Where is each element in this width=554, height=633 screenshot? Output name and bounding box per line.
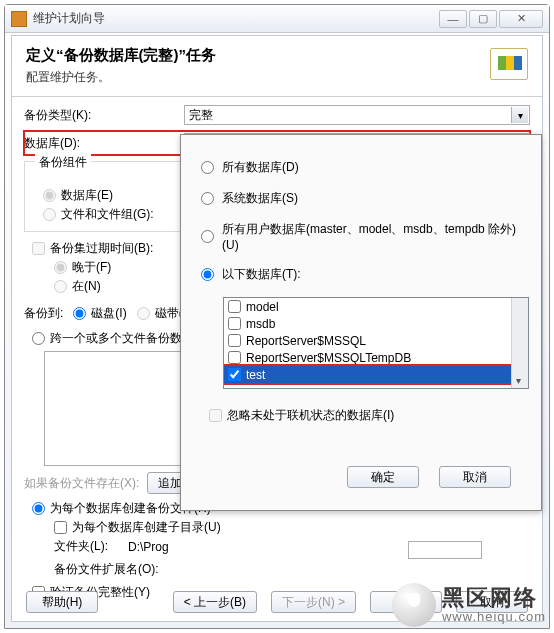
database-dropdown-panel: 所有数据库(D) 系统数据库(S) 所有用户数据库(master、model、m… [180,134,542,511]
page-title: 定义“备份数据库(完整)”任务 [26,46,480,65]
help-button[interactable]: 帮助(H) [26,591,98,613]
stray-field [408,541,482,559]
window-buttons: — ▢ ✕ [439,10,543,28]
exists-label: 如果备份文件存在(X): [24,475,139,492]
folder-value: D:\Prog [128,540,169,554]
list-item: msdb [224,315,528,332]
close-button[interactable]: ✕ [499,10,543,28]
ignore-offline-checkbox[interactable]: 忽略未处于联机状态的数据库(I) [201,407,529,424]
titlebar: 维护计划向导 — ▢ ✕ [5,5,549,33]
wizard-header: 定义“备份数据库(完整)”任务 配置维护任务。 [12,36,542,97]
ok-button[interactable]: 确定 [347,466,419,488]
cancel-button[interactable]: 取消 [439,466,511,488]
opt-user-databases[interactable]: 所有用户数据库(master、model、msdb、tempdb 除外)(U) [201,221,529,252]
next-button: 下一步(N) > [271,591,356,613]
wizard-footer: 帮助(H) < 上一步(B) 下一步(N) > 完成 取消 [12,591,542,613]
minimize-button[interactable]: — [439,10,467,28]
opt-all-databases[interactable]: 所有数据库(D) [201,159,529,176]
backup-type-combo[interactable]: 完整 [184,105,530,125]
page-subtitle: 配置维护任务。 [26,69,480,86]
opt-these-databases[interactable]: 以下数据库(T): [201,266,529,283]
group-title: 备份组件 [35,154,91,171]
app-icon [11,11,27,27]
ext-row: 备份文件扩展名(O): [24,561,530,578]
back-button[interactable]: < 上一步(B) [173,591,257,613]
database-checklist[interactable]: model msdb ReportServer$MSSQL ReportServ… [223,297,529,389]
dest-disk-radio[interactable]: 磁盘(I) [63,305,126,322]
maximize-button[interactable]: ▢ [469,10,497,28]
list-item: model [224,298,528,315]
window-title: 维护计划向导 [33,10,439,27]
finish-button: 完成 [370,591,442,613]
header-icon [480,46,528,86]
backup-type-row: 备份类型(K): 完整 [24,105,530,125]
cancel-button[interactable]: 取消 [456,591,528,613]
backup-type-label: 备份类型(K): [24,107,184,124]
dropdown-footer: 确定 取消 [347,466,511,488]
scrollbar[interactable] [511,298,528,388]
list-item: ReportServer$MSSQLTempDB [224,349,528,366]
dest-label: 备份到: [24,305,63,322]
subdir-checkbox[interactable]: 为每个数据库创建子目录(U) [24,519,530,536]
backup-type-value: 完整 [189,107,213,124]
database-label: 数据库(D): [24,135,184,152]
opt-system-databases[interactable]: 系统数据库(S) [201,190,529,207]
ext-label: 备份文件扩展名(O): [54,561,159,578]
chevron-down-icon[interactable] [511,107,528,123]
folder-label: 文件夹(L): [54,538,128,555]
list-item: ReportServer$MSSQL [224,332,528,349]
list-item-selected: test [224,366,528,383]
